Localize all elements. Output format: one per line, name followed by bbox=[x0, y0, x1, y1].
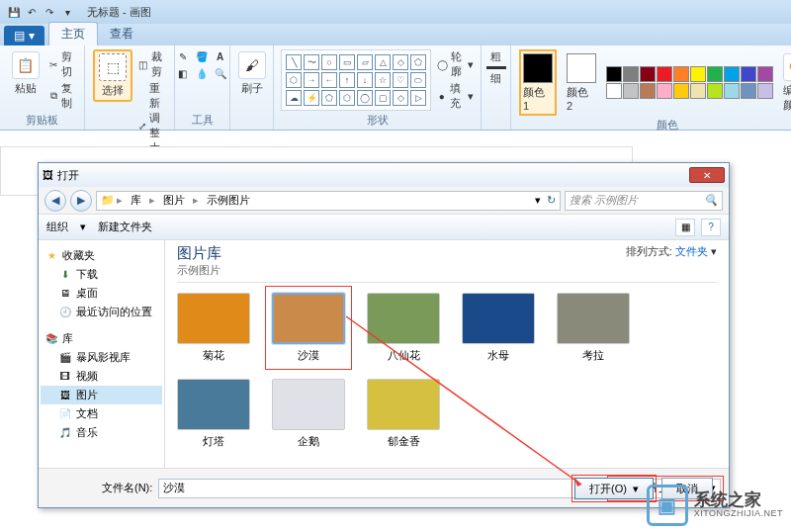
thumbnail-item[interactable]: 企鹅 bbox=[272, 379, 345, 449]
group-label: 工具 bbox=[183, 113, 221, 128]
star-icon: ★ bbox=[44, 249, 58, 263]
search-icon: 🔍 bbox=[704, 194, 718, 207]
color-swatch[interactable] bbox=[673, 83, 689, 99]
group-label: 颜色 bbox=[519, 118, 791, 133]
sidebar-item-downloads[interactable]: ⬇下载 bbox=[41, 265, 162, 284]
video-icon: 🎬 bbox=[58, 351, 72, 365]
save-icon[interactable]: 💾 bbox=[6, 4, 22, 20]
sidebar-item-pictures[interactable]: 🖼图片 bbox=[41, 386, 162, 404]
brush-icon: 🖌 bbox=[238, 51, 266, 79]
thumbnail-item[interactable]: 沙漠 bbox=[272, 293, 345, 363]
color-swatch[interactable] bbox=[657, 66, 672, 82]
tab-home[interactable]: 主页 bbox=[48, 22, 98, 45]
color-swatch[interactable] bbox=[657, 83, 672, 99]
documents-icon: 📄 bbox=[58, 407, 72, 421]
picker-icon[interactable]: 💧 bbox=[195, 66, 209, 80]
copy-button[interactable]: ⧉复制 bbox=[49, 81, 77, 111]
help-button[interactable]: ? bbox=[701, 219, 721, 236]
forward-button[interactable]: ▶ bbox=[70, 190, 92, 212]
color-swatch[interactable] bbox=[606, 83, 622, 99]
color-palette[interactable] bbox=[606, 66, 773, 99]
edit-colors-button[interactable]: 🎨 编辑颜色 bbox=[779, 51, 791, 115]
color-swatch[interactable] bbox=[741, 66, 756, 82]
color-swatch[interactable] bbox=[673, 66, 689, 82]
breadcrumb[interactable]: 📁 ▸库 ▸图片 ▸示例图片 ▾ ↻ bbox=[96, 191, 561, 211]
pencil-icon[interactable]: ✎ bbox=[176, 49, 190, 63]
crop-icon: ◫ bbox=[138, 57, 148, 71]
shape-fill-button[interactable]: ●填充▾ bbox=[437, 81, 474, 111]
paste-button[interactable]: 📋 粘贴 bbox=[8, 49, 44, 98]
magnifier-icon[interactable]: 🔍 bbox=[214, 66, 227, 80]
tab-view[interactable]: 查看 bbox=[98, 23, 145, 45]
color-swatch[interactable] bbox=[757, 66, 773, 82]
thumbnail-image bbox=[462, 293, 535, 344]
size-thick[interactable]: 粗 bbox=[490, 49, 501, 64]
shapes-gallery[interactable]: ╲〜○▭▱△◇⬠ ⬡→←↑↓☆♡⬭ ☁⚡⬠⬡◯▢◇▷ bbox=[281, 49, 431, 111]
cut-button[interactable]: ✂剪切 bbox=[49, 49, 77, 79]
color2-button[interactable]: 颜色 2 bbox=[563, 51, 600, 114]
view-button[interactable]: ▦ bbox=[675, 219, 695, 236]
color-swatch[interactable] bbox=[724, 66, 740, 82]
file-menu-button[interactable]: ▤▾ bbox=[4, 26, 44, 45]
color-swatch[interactable] bbox=[640, 83, 656, 99]
color1-button[interactable]: 颜色 1 bbox=[519, 49, 557, 116]
sidebar-item-recent[interactable]: 🕘最近访问的位置 bbox=[41, 303, 162, 321]
undo-icon[interactable]: ↶ bbox=[24, 4, 40, 20]
folder-icon: 📁 bbox=[101, 194, 115, 207]
color-swatch[interactable] bbox=[724, 83, 740, 99]
back-button[interactable]: ◀ bbox=[44, 190, 66, 212]
thumbnail-item[interactable]: 菊花 bbox=[177, 293, 250, 363]
download-icon: ⬇ bbox=[58, 268, 72, 282]
window-titlebar: 💾 ↶ ↷ ▾ 无标题 - 画图 bbox=[0, 0, 791, 24]
thumbnail-item[interactable]: 八仙花 bbox=[367, 293, 440, 363]
dialog-title: 打开 bbox=[57, 168, 79, 183]
organize-button[interactable]: 组织 bbox=[46, 220, 68, 234]
sort-by[interactable]: 排列方式: 文件夹 ▾ bbox=[626, 244, 717, 259]
sidebar-item-baofeng[interactable]: 🎬暴风影视库 bbox=[41, 348, 162, 367]
eraser-icon[interactable]: ◧ bbox=[176, 66, 190, 80]
redo-icon[interactable]: ↷ bbox=[42, 4, 57, 20]
brush-button[interactable]: 🖌 刷子 bbox=[234, 49, 270, 98]
select-button[interactable]: ⬚ 选择 bbox=[93, 49, 132, 102]
open-button[interactable]: 打开(O) ▾ bbox=[574, 478, 654, 499]
sidebar-item-documents[interactable]: 📄文档 bbox=[41, 404, 162, 423]
dialog-icon: 🖼 bbox=[43, 169, 53, 181]
color-swatch[interactable] bbox=[741, 83, 756, 99]
group-label: 形状 bbox=[282, 113, 473, 128]
file-list: 图片库 示例图片 排列方式: 文件夹 ▾ 菊花沙漠八仙花水母考拉灯塔企鹅郁金香 bbox=[165, 240, 729, 468]
color-swatch[interactable] bbox=[640, 66, 656, 82]
size-thin[interactable]: 细 bbox=[490, 71, 501, 86]
thumbnail-item[interactable]: 郁金香 bbox=[367, 379, 440, 449]
thumbnails: 菊花沙漠八仙花水母考拉灯塔企鹅郁金香 bbox=[177, 293, 717, 449]
text-icon[interactable]: A bbox=[214, 49, 227, 63]
color-swatch[interactable] bbox=[623, 83, 639, 99]
crop-button[interactable]: ◫裁剪 bbox=[138, 49, 166, 79]
color-swatch[interactable] bbox=[690, 66, 706, 82]
sidebar-favorites[interactable]: ★收藏夹 bbox=[41, 246, 162, 265]
qat-dropdown-icon[interactable]: ▾ bbox=[59, 4, 75, 20]
refresh-icon[interactable]: ↻ bbox=[547, 194, 556, 207]
shape-outline-button[interactable]: ◯轮廓▾ bbox=[437, 49, 474, 79]
filename-input[interactable]: 沙漠▾ bbox=[158, 479, 604, 498]
color-swatch[interactable] bbox=[623, 66, 639, 82]
thumbnail-label: 菊花 bbox=[203, 348, 224, 363]
search-input[interactable]: 搜索 示例图片 🔍 bbox=[565, 191, 723, 211]
sidebar-item-music[interactable]: 🎵音乐 bbox=[41, 423, 162, 442]
color-swatch[interactable] bbox=[757, 83, 773, 99]
sidebar-libraries[interactable]: 📚库 bbox=[41, 329, 162, 348]
color-swatch[interactable] bbox=[707, 66, 723, 82]
sidebar-item-videos[interactable]: 🎞视频 bbox=[41, 367, 162, 386]
fill-icon[interactable]: 🪣 bbox=[195, 49, 209, 63]
thumbnail-item[interactable]: 水母 bbox=[462, 293, 535, 363]
color-swatch[interactable] bbox=[707, 83, 723, 99]
color-swatch[interactable] bbox=[606, 66, 622, 82]
close-button[interactable]: ✕ bbox=[689, 167, 725, 183]
library-subtitle: 示例图片 bbox=[177, 263, 221, 278]
newfolder-button[interactable]: 新建文件夹 bbox=[98, 220, 152, 234]
fill-shape-icon: ● bbox=[437, 89, 447, 103]
sidebar-item-desktop[interactable]: 🖥桌面 bbox=[41, 284, 162, 303]
color-swatch[interactable] bbox=[690, 83, 706, 99]
breadcrumb-dropdown-icon[interactable]: ▾ bbox=[535, 194, 541, 207]
thumbnail-item[interactable]: 灯塔 bbox=[177, 379, 250, 449]
thumbnail-item[interactable]: 考拉 bbox=[557, 293, 630, 363]
